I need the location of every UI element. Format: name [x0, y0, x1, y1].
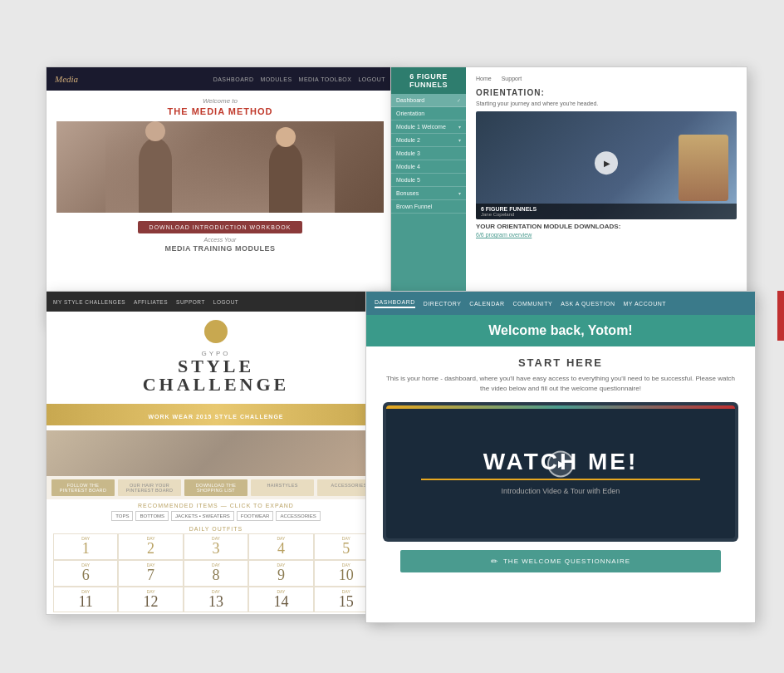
sc-logo-badge [204, 320, 228, 343]
sf-menu-module1[interactable]: Module 1 Welcome ▾ [391, 120, 466, 134]
sc-day-12[interactable]: DAY12 [118, 587, 183, 613]
db-video-top-bar [386, 405, 735, 409]
sc-day-4[interactable]: DAY4 [248, 533, 313, 560]
sc-nav-support[interactable]: SUPPORT [176, 299, 205, 305]
mm-person1 [139, 138, 172, 213]
sf-main: Home Support ORIENTATION: Starting your … [466, 67, 747, 307]
sc-tag-bottoms[interactable]: BOTTOMS [135, 511, 169, 521]
db-welcome-banner: Welcome back, Yotom! [366, 315, 755, 346]
mm-nav: Media DASHBOARD MODULES MEDIA TOOLBOX LO… [47, 67, 394, 91]
sc-hairstyles-btn[interactable]: HAIRSTYLES [251, 479, 314, 496]
mm-body: Welcome to THE MEDIA METHOD DOWNLOAD INT… [47, 91, 394, 259]
sc-day-7[interactable]: DAY7 [118, 560, 183, 587]
mm-nav-dashboard[interactable]: DASHBOARD [213, 76, 254, 82]
db-nav-directory[interactable]: DIRECTORY [424, 301, 461, 307]
db-nav-account[interactable]: MY ACCOUNT [623, 301, 666, 307]
sc-recommended: RECOMMENDED ITEMS — CLICK TO EXPAND TOPS… [47, 499, 385, 523]
db-video-player[interactable]: WATCH ME! Introduction Video & Tour with… [386, 405, 735, 538]
sf-play-button[interactable] [595, 151, 618, 174]
db-play-button[interactable] [547, 450, 574, 477]
media-method-screenshot: Media DASHBOARD MODULES MEDIA TOOLBOX LO… [46, 66, 394, 324]
sf-top-nav: Home Support [476, 76, 737, 81]
sf-sidebar: 6 FIGURE FUNNELS Dashboard ✓ Orientation… [391, 67, 466, 307]
sf-menu-dashboard[interactable]: Dashboard ✓ [391, 94, 466, 107]
db-accent-bar [777, 291, 784, 341]
sc-subtitle-banner: WORK WEAR 2015 STYLE CHALLENGE [47, 404, 385, 425]
sf-menu-module2[interactable]: Module 2 ▾ [391, 134, 466, 147]
db-questionnaire-button[interactable]: ✏ THE WELCOME QUESTIONNAIRE [400, 550, 720, 572]
sc-day-3[interactable]: DAY3 [184, 533, 248, 560]
sc-tag-accessories[interactable]: ACCESSORIES [276, 511, 320, 521]
sc-day-1[interactable]: DAY1 [53, 533, 118, 560]
mm-title: THE MEDIA METHOD [56, 106, 384, 116]
sc-day-13[interactable]: DAY13 [184, 587, 248, 613]
mm-nav-modules[interactable]: MODULES [260, 76, 292, 82]
sc-action-buttons: FOLLOW THEPinterest Board Our Hair YourP… [47, 476, 385, 499]
sc-day-14[interactable]: DAY14 [248, 587, 313, 613]
style-challenge-screenshot: MY STYLE CHALLENGES AFFILIATES SUPPORT L… [46, 291, 386, 615]
mm-nav-toolbox[interactable]: MEDIA TOOLBOX [299, 76, 352, 82]
sf-downloads-title: YOUR ORIENTATION MODULE DOWNLOADS: [476, 223, 737, 230]
mm-person2 [269, 142, 302, 213]
sf-menu-module3[interactable]: Module 3 [391, 147, 466, 160]
sf-menu-module4[interactable]: Module 4 [391, 160, 466, 174]
db-description: This is your home - dashboard, where you… [383, 374, 738, 394]
sf-menu-module5[interactable]: Module 5 [391, 174, 466, 187]
sc-day-9[interactable]: DAY9 [248, 560, 313, 587]
sc-header: GYPO STYLE CHALLENGE [47, 312, 385, 399]
db-nav-calendar[interactable]: CALENDAR [469, 301, 504, 307]
sf-menu-brown-funnel[interactable]: Brown Funnel [391, 200, 466, 214]
sf-video-overlay: 6 FIGURE FUNNELS Jane Copeland [476, 204, 737, 219]
sc-daily-title: DAILY OUTFITS [47, 523, 385, 533]
mm-download-button[interactable]: DOWNLOAD INTRODUCTION WORKBOOK [138, 221, 303, 233]
db-nav-ask[interactable]: ASK A QUESTION [561, 301, 615, 307]
mm-nav-links: DASHBOARD MODULES MEDIA TOOLBOX LOGOUT [213, 76, 385, 82]
dashboard-screenshot: DASHBOARD DIRECTORY CALENDAR COMMUNITY A… [365, 291, 756, 623]
sc-tag-jackets[interactable]: JACKETS • SWEATERS [171, 511, 234, 521]
db-pencil-icon: ✏ [491, 557, 498, 566]
sc-pinterest-btn[interactable]: FOLLOW THEPinterest Board [51, 479, 115, 496]
sf-subtitle: Starting your journey and where you're h… [476, 101, 737, 106]
sc-nav-my-challenges[interactable]: MY STYLE CHALLENGES [53, 299, 125, 305]
sf-nav-home[interactable]: Home [476, 76, 492, 81]
sf-program-link[interactable]: 6/6 program overview [476, 232, 737, 238]
sf-nav-support[interactable]: Support [502, 76, 522, 81]
mm-access-text: Access Your [56, 237, 384, 243]
sc-hero-image [47, 430, 385, 476]
sc-tag-tops[interactable]: TOPS [111, 511, 133, 521]
mm-logo: Media [55, 74, 78, 84]
sc-rec-title: RECOMMENDED ITEMS — CLICK TO EXPAND [53, 503, 379, 508]
db-intro-text: Introduction Video & Tour with Eden [502, 487, 620, 495]
db-nav-dashboard[interactable]: DASHBOARD [375, 299, 415, 308]
db-body: START HERE This is your home - dashboard… [366, 346, 755, 582]
mm-nav-logout[interactable]: LOGOUT [358, 76, 385, 82]
sf-video-subtitle: Jane Copeland [481, 212, 537, 217]
sc-shopping-btn[interactable]: DOWNLOAD THEShopping List [184, 479, 247, 496]
sf-video-person [679, 135, 728, 201]
six-figure-screenshot: 6 FIGURE FUNNELS Dashboard ✓ Orientation… [390, 66, 747, 307]
db-start-title: START HERE [383, 356, 738, 369]
sc-hair-btn[interactable]: Our Hair YourPinterest Board [118, 479, 181, 496]
mm-welcome-label: Welcome to [56, 97, 384, 105]
sc-day-6[interactable]: DAY6 [53, 560, 118, 587]
sc-nav: MY STYLE CHALLENGES AFFILIATES SUPPORT L… [47, 292, 385, 312]
sc-day-11[interactable]: DAY11 [53, 587, 118, 613]
db-video-container: WATCH ME! Introduction Video & Tour with… [383, 402, 738, 542]
sf-menu-bonuses[interactable]: Bonuses ▾ [391, 187, 466, 200]
sc-day-2[interactable]: DAY2 [118, 533, 183, 560]
sc-day-8[interactable]: DAY8 [184, 560, 248, 587]
db-questionnaire-label: THE WELCOME QUESTIONNAIRE [503, 558, 630, 565]
screenshots-grid: Media DASHBOARD MODULES MEDIA TOOLBOX LO… [0, 0, 784, 673]
sc-tag-footwear[interactable]: FOOTWEAR [237, 511, 274, 521]
sc-main-title: STYLE CHALLENGE [53, 357, 379, 394]
sf-video-player[interactable]: 6 FIGURE FUNNELS Jane Copeland [476, 111, 737, 219]
sf-section-title: ORIENTATION: [476, 88, 737, 97]
sc-nav-affiliates[interactable]: AFFILIATES [134, 299, 168, 305]
db-nav-community[interactable]: COMMUNITY [512, 301, 552, 307]
db-welcome-text: Welcome back, Yotom! [375, 323, 747, 338]
sc-nav-logout[interactable]: LOGOUT [213, 299, 238, 305]
sf-menu-orientation[interactable]: Orientation [391, 107, 466, 120]
sf-sidebar-title: 6 FIGURE FUNNELS [391, 67, 466, 94]
db-watch-subtitle-bar [421, 479, 700, 480]
sc-days-grid: DAY1 DAY2 DAY3 DAY4 DAY5 DAY6 DAY7 DAY8 … [47, 533, 385, 612]
